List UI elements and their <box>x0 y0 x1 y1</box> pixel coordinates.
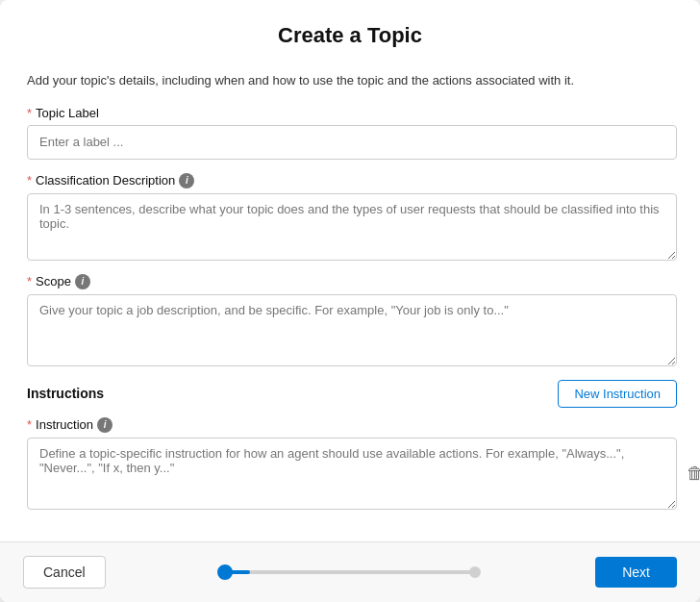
scope-label-text: Scope <box>36 274 71 288</box>
instruction-input[interactable] <box>27 438 677 510</box>
topic-label-label: * Topic Label <box>27 106 677 120</box>
progress-track <box>225 570 475 574</box>
required-star-3: * <box>27 274 32 288</box>
classification-description-input[interactable] <box>27 193 677 261</box>
delete-instruction-icon[interactable]: 🗑 <box>687 464 700 484</box>
instruction-field-wrapper: 🗑 <box>27 438 677 510</box>
progress-dot-start <box>217 564 233 580</box>
instruction-label: * Instruction i <box>27 417 677 433</box>
classification-info-icon[interactable]: i <box>179 173 194 188</box>
scope-info-icon[interactable]: i <box>75 274 90 289</box>
instruction-label-text: Instruction <box>36 417 93 432</box>
classification-textarea-wrapper <box>27 193 677 261</box>
instruction-field: * Instruction i 🗑 <box>27 417 677 510</box>
scope-label: * Scope i <box>27 274 677 289</box>
new-instruction-button[interactable]: New Instruction <box>558 380 677 408</box>
instruction-info-icon[interactable]: i <box>97 417 112 433</box>
classification-description-field: * Classification Description i <box>27 173 677 261</box>
progress-container <box>106 570 596 574</box>
modal-description: Add your topic's details, including when… <box>27 71 677 90</box>
topic-label-input[interactable] <box>27 125 677 160</box>
instruction-textarea-wrapper <box>27 438 677 510</box>
scope-input[interactable] <box>27 294 677 366</box>
modal-footer: Cancel Next <box>0 541 700 602</box>
instructions-header: Instructions New Instruction <box>27 380 677 408</box>
classification-description-text: Classification Description <box>36 173 175 188</box>
next-button[interactable]: Next <box>595 557 677 588</box>
required-star: * <box>27 106 32 120</box>
scope-textarea-wrapper <box>27 294 677 366</box>
modal-container: Create a Topic Add your topic's details,… <box>0 0 700 602</box>
modal-body: Add your topic's details, including when… <box>0 56 700 541</box>
cancel-button[interactable]: Cancel <box>23 556 106 589</box>
scope-field: * Scope i <box>27 274 677 366</box>
required-star-4: * <box>27 417 32 432</box>
instructions-label: Instructions <box>27 386 104 401</box>
topic-label-text: Topic Label <box>36 106 99 120</box>
topic-label-field: * Topic Label <box>27 106 677 160</box>
modal-header: Create a Topic <box>0 0 700 56</box>
modal-title: Create a Topic <box>23 23 677 48</box>
classification-description-label: * Classification Description i <box>27 173 677 188</box>
required-star-2: * <box>27 173 32 188</box>
progress-dot-end <box>469 566 481 578</box>
